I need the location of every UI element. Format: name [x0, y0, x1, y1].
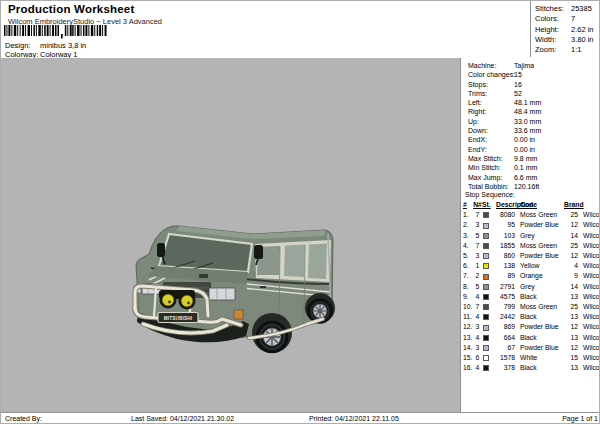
summary-row-value: 2.62 in — [571, 25, 594, 35]
machine-info-row: Machine:Tajima — [461, 61, 600, 70]
summary-row-label: Colors: — [535, 14, 571, 24]
minibus-embroidery-graphic: MITSUBISHI — [129, 220, 337, 362]
stop-sequence-row: 7.289Orange9Wilcom — [463, 271, 600, 281]
stop-sequence-row: 4.71855Moss Green25Wilcom — [463, 241, 600, 251]
stop-number: 1. — [463, 210, 473, 220]
stop-sequence-row: 16.4378Black13Wilcom — [463, 363, 600, 373]
needle-number: 5 — [473, 231, 482, 241]
machine-info-row-value: 0.00 in — [514, 135, 535, 144]
thread-color-swatch — [483, 223, 489, 229]
thread-color-swatch — [483, 243, 489, 249]
thread-color-swatch — [483, 355, 489, 361]
machine-info-row-label: EndX: — [468, 135, 514, 144]
stop-table-header: #N#St.DescriptionCodeBrand — [463, 200, 600, 210]
summary-row-label: Stitches: — [535, 4, 571, 14]
needle-number: 6 — [473, 353, 482, 363]
stop-column-header: # — [463, 200, 473, 210]
stop-number: 9. — [463, 292, 473, 302]
stitch-count: 860 — [496, 251, 517, 261]
thread-color-swatch — [483, 284, 489, 290]
stop-sequence-row: 5.3860Powder Blue12Wilcom — [463, 251, 600, 261]
machine-info-row-value: 48.4 mm — [514, 107, 541, 116]
thread-description: Moss Green — [517, 302, 564, 312]
machine-info-row: Max Jump:6.6 mm — [461, 173, 600, 182]
needle-number: 3 — [473, 322, 482, 332]
summary-row: Zoom:1:1 — [531, 45, 600, 55]
summary-row: Width:3.80 in — [531, 35, 600, 45]
production-worksheet-page: Production Worksheet Wilcom EmbroiderySt… — [0, 0, 600, 424]
worksheet-header: Production Worksheet Wilcom EmbroiderySt… — [1, 1, 600, 59]
needle-number: 7 — [473, 241, 482, 251]
thread-code: 13 — [564, 312, 579, 322]
thread-description: Powder Blue — [517, 322, 564, 332]
stop-number: 7. — [463, 271, 473, 281]
thread-description: Grey — [517, 282, 564, 292]
machine-info-row: Trims:52 — [461, 89, 600, 98]
stop-sequence-row: 2.395Powder Blue12Wilcom — [463, 220, 600, 230]
machine-info-row-value: 48.1 mm — [514, 98, 541, 107]
machine-info-row: Left:48.1 mm — [461, 98, 600, 107]
stop-sequence-row: 14.367Powder Blue12Wilcom — [463, 343, 600, 353]
summary-row-value: 25385 — [571, 4, 592, 14]
stitch-count: 869 — [496, 322, 517, 332]
needle-number: 4 — [473, 363, 482, 373]
machine-info-row-label: Machine: — [468, 61, 514, 70]
thread-brand: Wilcom — [579, 312, 600, 322]
thread-brand: Wilcom — [579, 363, 600, 373]
machine-info-row-value: 0.1 mm — [514, 163, 537, 172]
thread-brand: Wilcom — [579, 241, 600, 251]
page-title: Production Worksheet — [8, 3, 134, 15]
thread-code: 12 — [564, 322, 579, 332]
machine-info-row-label: Stops: — [468, 80, 514, 89]
machine-info-row-label: Max Jump: — [468, 173, 514, 182]
barcode — [4, 25, 108, 39]
stop-number: 8. — [463, 282, 473, 292]
thread-description: Black — [517, 292, 564, 302]
design-label: Design: — [5, 41, 40, 50]
machine-info-row-label: EndY: — [468, 145, 514, 154]
stop-number: 6. — [463, 261, 473, 271]
stitch-count: 378 — [496, 363, 517, 373]
stitch-count: 664 — [496, 333, 517, 343]
stop-sequence-title: Stop Sequence: — [465, 191, 515, 198]
stop-number: 13. — [463, 333, 473, 343]
stop-number: 2. — [463, 220, 473, 230]
machine-info-row: Min Stitch:0.1 mm — [461, 163, 600, 172]
machine-info-row: Max Stitch:9.8 mm — [461, 154, 600, 163]
thread-code: 15 — [564, 353, 579, 363]
design-row: Design:minibus 3,8 in — [5, 41, 86, 50]
needle-number: 4 — [473, 292, 482, 302]
machine-info-row-label: Up: — [468, 117, 514, 126]
thread-description: Black — [517, 333, 564, 343]
thread-brand: Wilcom — [579, 220, 600, 230]
thread-color-swatch — [483, 304, 489, 310]
stop-sequence-row: 8.52791Grey14Wilcom — [463, 282, 600, 292]
thread-code: 12 — [564, 220, 579, 230]
stop-sequence-row: 9.44575Black13Wilcom — [463, 292, 600, 302]
thread-color-swatch — [483, 365, 489, 371]
needle-number: 1 — [473, 261, 482, 271]
needle-number: 7 — [473, 210, 482, 220]
thread-code: 14 — [564, 282, 579, 292]
stitch-count: 67 — [496, 343, 517, 353]
machine-info-row-label: Down: — [468, 126, 514, 135]
thread-description: Orange — [517, 271, 564, 281]
machine-info-row-label: Total Bobbin: — [468, 182, 514, 191]
machine-info-panel: Machine:TajimaColor changes:15Stops:16Tr… — [460, 58, 600, 412]
stop-number: 10. — [463, 302, 473, 312]
summary-row-value: 7 — [571, 14, 575, 24]
thread-brand: Wilcom — [579, 292, 600, 302]
needle-number: 2 — [473, 271, 482, 281]
stop-number: 14. — [463, 343, 473, 353]
machine-info-row-value: 52 — [514, 89, 522, 98]
stitch-count: 799 — [496, 302, 517, 312]
thread-code: 12 — [564, 251, 579, 261]
thread-code: 12 — [564, 343, 579, 353]
thread-description: Moss Green — [517, 241, 564, 251]
stop-column-header: Code — [517, 200, 564, 210]
stitch-count: 89 — [496, 271, 517, 281]
thread-brand: Wilcom — [579, 343, 600, 353]
machine-info-row: Total Bobbin:120.16ft — [461, 182, 600, 191]
thread-code: 13 — [564, 292, 579, 302]
needle-number: 3 — [473, 220, 482, 230]
